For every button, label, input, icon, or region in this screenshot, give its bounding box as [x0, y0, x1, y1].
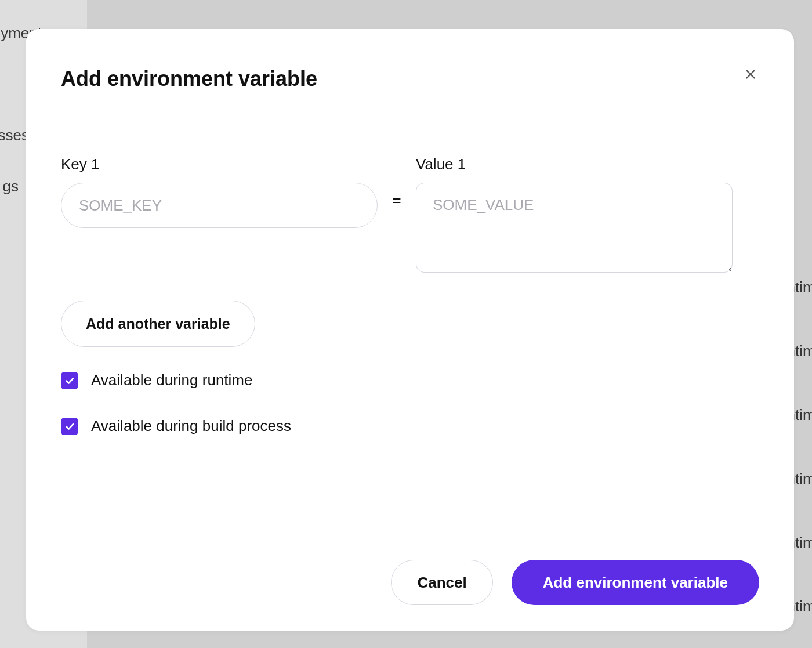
modal-header: Add environment variable	[26, 29, 794, 126]
cancel-button[interactable]: Cancel	[391, 560, 492, 605]
checkbox-group: Available during runtime Available durin…	[61, 371, 759, 435]
submit-button[interactable]: Add environment variable	[512, 560, 759, 605]
runtime-checkbox-row: Available during runtime	[61, 371, 759, 389]
add-env-variable-modal: Add environment variable Key 1 = Value 1…	[26, 29, 794, 631]
close-button[interactable]	[742, 66, 759, 83]
key-field: Key 1	[61, 155, 378, 228]
build-checkbox[interactable]	[61, 418, 78, 435]
checkmark-icon	[64, 375, 75, 386]
key-input[interactable]	[61, 183, 378, 228]
modal-body: Key 1 = Value 1 Add another variable	[26, 126, 794, 534]
variable-row: Key 1 = Value 1	[61, 155, 759, 273]
key-label: Key 1	[61, 155, 378, 173]
add-another-variable-button[interactable]: Add another variable	[61, 301, 255, 347]
modal-footer: Cancel Add environment variable	[26, 534, 794, 631]
value-label: Value 1	[416, 155, 733, 173]
build-checkbox-row: Available during build process	[61, 417, 759, 435]
value-field: Value 1	[416, 155, 733, 273]
runtime-checkbox[interactable]	[61, 372, 78, 389]
value-input[interactable]	[416, 183, 733, 273]
equals-separator: =	[392, 155, 402, 209]
build-checkbox-label: Available during build process	[91, 417, 291, 435]
checkmark-icon	[64, 421, 75, 432]
modal-title: Add environment variable	[61, 67, 317, 91]
runtime-checkbox-label: Available during runtime	[91, 371, 252, 389]
close-icon	[744, 68, 757, 81]
